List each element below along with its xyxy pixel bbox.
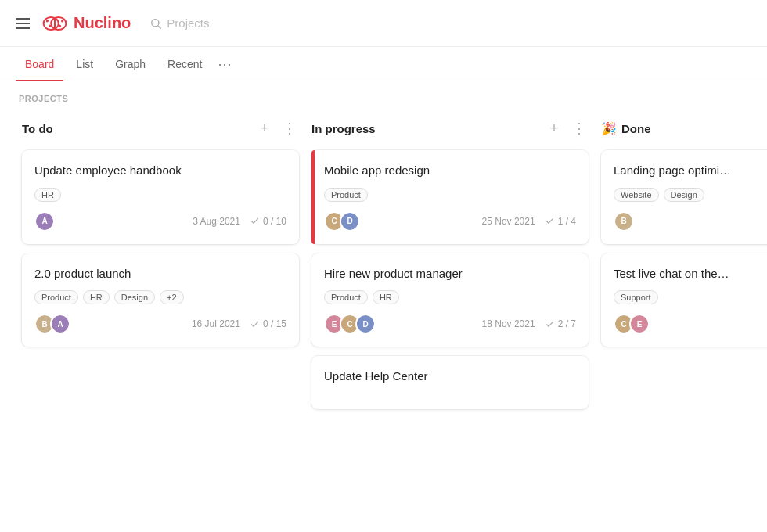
avatar: A: [34, 211, 55, 232]
card-help-center[interactable]: Update Help Center: [311, 356, 589, 409]
logo-text: Nuclino: [74, 14, 131, 32]
tag-hr: HR: [373, 290, 399, 304]
card-meta: 25 Nov 2021 1 / 4: [482, 216, 576, 227]
card-tags: Product HR Design +2: [34, 290, 286, 304]
card-tags: Support: [614, 290, 767, 304]
section-label: PROJECTS: [0, 81, 767, 110]
svg-point-7: [152, 19, 159, 26]
tag-design: Design: [664, 188, 704, 202]
tag-hr: HR: [83, 290, 110, 304]
avatar: E: [629, 314, 650, 334]
column-inprogress: In progress + ⋮ Mobile app redesign Prod…: [305, 116, 595, 529]
search-placeholder: Projects: [167, 16, 209, 30]
card-product-launch[interactable]: 2.0 product launch Product HR Design +2 …: [22, 253, 299, 347]
column-inprogress-title: In progress: [311, 122, 545, 135]
card-date: 3 Aug 2021: [193, 216, 240, 227]
avatar: B: [614, 211, 634, 232]
add-todo-button[interactable]: +: [255, 119, 274, 138]
logo: Nuclino: [42, 13, 131, 34]
search-area[interactable]: Projects: [149, 16, 209, 30]
card-meta: 3 Aug 2021 0 / 10: [193, 216, 286, 227]
card-title: Mobile app redesign: [324, 163, 576, 178]
avatar: D: [340, 211, 360, 232]
card-date: 25 Nov 2021: [482, 216, 535, 227]
card-update-handbook[interactable]: Update employee handbook HR A 3 Aug 2021…: [22, 150, 299, 244]
column-done-header: 🎉 Done + ⋮: [601, 116, 767, 141]
svg-point-3: [46, 20, 49, 22]
check-icon: [545, 216, 555, 226]
card-tags: HR: [34, 188, 286, 202]
card-tasks: 0 / 15: [250, 318, 286, 329]
column-done-title: 🎉 Done: [601, 121, 767, 136]
card-footer: A 3 Aug 2021 0 / 10: [34, 211, 286, 232]
check-icon: [250, 216, 260, 226]
tab-list[interactable]: List: [67, 47, 103, 81]
column-done: 🎉 Done + ⋮ Landing page optimi… Website …: [595, 116, 767, 529]
card-tasks: 0 / 10: [250, 216, 286, 227]
card-title: Hire new product manager: [324, 266, 576, 282]
tag-website: Website: [614, 188, 659, 202]
card-date: 16 Jul 2021: [192, 318, 240, 329]
card-title: 2.0 product launch: [34, 266, 286, 282]
card-date: 18 Nov 2021: [482, 318, 535, 329]
tag-product: Product: [34, 290, 78, 304]
tag-more: +2: [160, 290, 184, 304]
card-hire-manager[interactable]: Hire new product manager Product HR E C …: [311, 253, 589, 347]
tag-support: Support: [614, 290, 658, 304]
svg-point-6: [59, 24, 61, 27]
card-mobile-redesign[interactable]: Mobile app redesign Product C D 25 Nov 2…: [311, 150, 589, 244]
column-todo-header: To do + ⋮: [22, 116, 299, 141]
column-todo: To do + ⋮ Update employee handbook HR A …: [16, 116, 305, 529]
card-tags: Website Design: [614, 188, 767, 202]
check-icon: [545, 319, 555, 329]
svg-point-5: [61, 20, 63, 22]
card-title: Landing page optimi…: [614, 163, 767, 178]
hamburger-icon[interactable]: [16, 18, 30, 29]
card-tasks: 2 / 7: [545, 318, 576, 329]
card-footer: C D 25 Nov 2021 1 / 4: [324, 211, 576, 232]
check-icon: [250, 319, 260, 329]
column-todo-actions: + ⋮: [255, 119, 299, 138]
avatar: D: [355, 314, 376, 334]
svg-point-4: [49, 24, 51, 27]
card-avatars: C D: [324, 211, 360, 232]
tag-design: Design: [114, 290, 155, 304]
svg-line-8: [158, 26, 161, 29]
avatar: A: [50, 314, 70, 334]
tag-hr: HR: [34, 188, 61, 202]
card-title: Update Help Center: [324, 368, 576, 384]
card-footer: B A 16 Jul 2021 0 / 15: [34, 314, 286, 334]
board: To do + ⋮ Update employee handbook HR A …: [0, 110, 767, 529]
todo-menu-button[interactable]: ⋮: [280, 119, 299, 138]
card-live-chat[interactable]: Test live chat on the… Support C E 14 Ju…: [601, 253, 767, 347]
card-tags: Product: [324, 188, 576, 202]
card-avatars: A: [34, 211, 55, 232]
tag-product: Product: [324, 290, 368, 304]
card-avatars: B A: [34, 314, 70, 334]
card-avatars: C E: [614, 314, 650, 334]
nav-tabs: Board List Graph Recent ⋯: [0, 47, 767, 81]
search-icon: [149, 17, 162, 30]
add-inprogress-button[interactable]: +: [545, 119, 564, 138]
card-avatars: E C D: [324, 314, 376, 334]
card-tags: Product HR: [324, 290, 576, 304]
header: Nuclino Projects: [0, 0, 767, 47]
tab-board[interactable]: Board: [16, 47, 63, 81]
tag-product: Product: [324, 188, 368, 202]
card-title: Update employee handbook: [34, 163, 286, 178]
more-tabs-button[interactable]: ⋯: [218, 47, 232, 81]
card-meta: 18 Nov 2021 2 / 7: [482, 318, 576, 329]
card-footer: E C D 18 Nov 2021 2 / 7: [324, 314, 576, 334]
column-inprogress-header: In progress + ⋮: [311, 116, 589, 141]
card-footer: B 24 Jun 2021: [614, 211, 767, 232]
inprogress-menu-button[interactable]: ⋮: [570, 119, 589, 138]
card-meta: 16 Jul 2021 0 / 15: [192, 318, 286, 329]
tab-graph[interactable]: Graph: [106, 47, 155, 81]
card-title: Test live chat on the…: [614, 266, 767, 282]
card-footer: C E 14 Jul 2021: [614, 314, 767, 334]
card-landing-page[interactable]: Landing page optimi… Website Design B 24…: [601, 150, 767, 244]
tab-recent[interactable]: Recent: [158, 47, 211, 81]
card-tasks: 1 / 4: [545, 216, 576, 227]
brain-icon: [42, 13, 67, 34]
column-todo-title: To do: [22, 122, 255, 135]
